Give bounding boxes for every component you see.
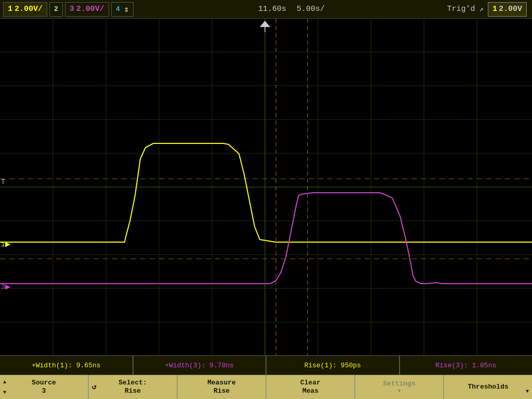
settings-down-arrow-icon: ▼: [397, 388, 401, 394]
top-status-bar: 1 2.00V/ 2 3 2.00V/ 4 ⇕ 11.60s 5.00s/ Tr…: [0, 0, 532, 19]
select-button-line2: Rise: [125, 387, 141, 395]
trigger-info: Trig'd ↗ 1 2.00V: [447, 2, 529, 17]
time-offset: 11.60s: [258, 5, 286, 14]
measure-button[interactable]: Measure Rise: [177, 375, 266, 399]
ch2-indicator: 2: [49, 2, 63, 17]
measure-button-line2: Rise: [214, 387, 230, 395]
trig-slope-icon: ↗: [480, 5, 484, 14]
source-button[interactable]: ▲ Source 3 ▼: [0, 375, 88, 399]
time-div: 5.00s/: [297, 5, 325, 14]
select-icon: ↺: [92, 383, 96, 392]
grid-svg: 1▶ T 3▶: [0, 19, 532, 355]
trig-ch-box: 1 2.00V: [488, 2, 527, 17]
ch3-indicator: 3 2.00V/: [65, 2, 109, 17]
select-button[interactable]: ↺ Select: Rise: [88, 375, 177, 399]
clear-meas-button[interactable]: Clear Meas: [266, 375, 355, 399]
meas-width-ch3-label: +Width(3):: [165, 362, 209, 369]
meas-rise-ch3-label: Rise(3):: [435, 362, 472, 369]
clear-meas-button-line2: Meas: [302, 387, 318, 395]
meas-rise-ch3-value: 1.05ns: [472, 362, 496, 369]
meas-width-ch1-label: +Width(1):: [32, 362, 76, 369]
select-button-line1: Select:: [118, 379, 147, 387]
meas-rise-ch1-label: Rise(1):: [304, 362, 341, 369]
ch3-value: 2.00V/: [76, 5, 104, 14]
trig-ch-val: 2.00V: [499, 5, 522, 14]
ch4-indicator: 4 ⇕: [111, 2, 134, 17]
ch3-number: 3: [70, 5, 74, 14]
clear-meas-button-line1: Clear: [300, 379, 321, 387]
meas-rise-ch1-value: 950ps: [341, 362, 361, 369]
settings-button[interactable]: Settings ▼: [355, 375, 444, 399]
thresholds-down-arrow-icon: ▼: [526, 389, 529, 395]
source-button-line1: Source: [32, 379, 56, 387]
ch1-value: 2.00V/: [15, 5, 43, 14]
meas-width-ch3-value: 9.70ns: [209, 362, 234, 369]
meas-width-ch1: +Width(1): 9.65ns: [0, 356, 133, 375]
horizontal-arrow-icon: ⇕: [124, 4, 129, 15]
trig-status: Trig'd: [447, 5, 475, 14]
horizontal-settings: 11.60s 5.00s/: [136, 5, 447, 14]
oscilloscope-screen: 1▶ T 3▶: [0, 19, 532, 355]
ch1-indicator: 1 2.00V/: [3, 2, 47, 17]
thresholds-button[interactable]: Thresholds ▼: [444, 375, 532, 399]
svg-text:T: T: [1, 178, 5, 186]
button-bar: ▲ Source 3 ▼ ↺ Select: Rise Measure Rise…: [0, 375, 532, 399]
svg-text:3▶: 3▶: [1, 283, 10, 291]
meas-rise-ch3: Rise(3): 1.05ns: [400, 356, 533, 375]
ch2-number: 2: [54, 5, 58, 13]
source-down-arrow-icon: ▼: [3, 390, 6, 396]
trig-ch-num: 1: [493, 5, 497, 14]
meas-width-ch1-value: 9.65ns: [76, 362, 101, 369]
meas-rise-ch1: Rise(1): 950ps: [266, 356, 400, 375]
measurements-bar: +Width(1): 9.65ns +Width(3): 9.70ns Rise…: [0, 355, 532, 375]
measure-button-line1: Measure: [207, 379, 236, 387]
source-button-line2: 3: [42, 387, 46, 395]
ch4-number: 4: [116, 5, 120, 13]
ch1-number: 1: [8, 5, 12, 14]
source-up-arrow-icon: ▲: [3, 379, 6, 385]
meas-width-ch3: +Width(3): 9.70ns: [133, 356, 267, 375]
svg-marker-27: [260, 21, 270, 27]
thresholds-button-line1: Thresholds: [468, 383, 508, 391]
settings-button-line1: Settings: [383, 380, 415, 388]
